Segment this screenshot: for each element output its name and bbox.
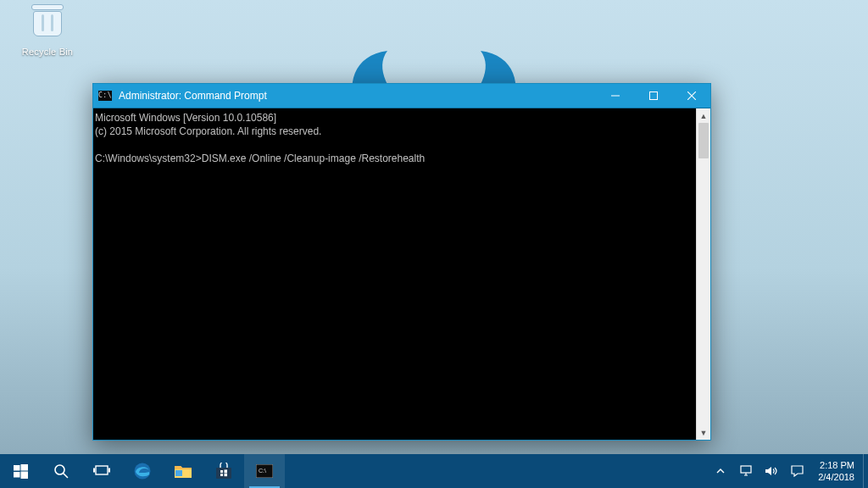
svg-rect-10: [175, 470, 182, 476]
folder-icon: [174, 463, 192, 479]
svg-rect-8: [108, 469, 110, 473]
svg-rect-11: [216, 468, 231, 479]
minimize-button[interactable]: [596, 84, 634, 108]
vertical-scrollbar[interactable]: ▲ ▼: [696, 108, 710, 440]
network-icon: [739, 465, 753, 477]
command-prompt-window: C:\ Administrator: Command Prompt Micros…: [92, 83, 711, 441]
action-center-icon: [791, 465, 804, 477]
desktop: Recycle Bin C:\ Administrator: Command P…: [0, 0, 868, 488]
search-button[interactable]: [41, 454, 81, 488]
svg-rect-18: [741, 466, 751, 473]
svg-rect-7: [93, 469, 95, 473]
scroll-up-button[interactable]: ▲: [697, 108, 710, 123]
clock-time: 2:18 PM: [820, 459, 854, 471]
scroll-thumb[interactable]: [698, 123, 709, 158]
terminal-line: (c) 2015 Microsoft Corporation. All righ…: [95, 125, 321, 137]
tray-action-center-button[interactable]: [789, 454, 804, 488]
taskbar-item-file-explorer[interactable]: [163, 454, 203, 488]
terminal-line: Microsoft Windows [Version 10.0.10586]: [95, 112, 276, 124]
svg-rect-1: [14, 465, 20, 471]
window-client-area: Microsoft Windows [Version 10.0.10586] (…: [93, 108, 710, 440]
maximize-button[interactable]: [634, 84, 672, 108]
edge-icon: [133, 462, 152, 480]
task-view-button[interactable]: [81, 454, 122, 488]
chevron-up-icon: [716, 467, 725, 475]
tray-chevron-button[interactable]: [713, 454, 728, 488]
taskbar-item-command-prompt[interactable]: C:\: [244, 454, 285, 488]
terminal-prompt: C:\Windows\system32>: [95, 152, 202, 164]
cmd-icon: C:\: [98, 91, 112, 101]
search-icon: [53, 463, 69, 479]
terminal-command: DISM.exe /Online /Cleanup-image /Restore…: [202, 152, 425, 164]
windows-logo-icon: [14, 464, 28, 479]
tray-volume-button[interactable]: [764, 454, 779, 488]
svg-rect-13: [225, 469, 228, 473]
clock-date: 2/4/2018: [818, 471, 854, 483]
start-button[interactable]: [0, 454, 41, 488]
close-button[interactable]: [672, 84, 710, 108]
svg-rect-0: [649, 92, 657, 100]
svg-rect-6: [96, 466, 108, 474]
cmd-icon: C:\: [256, 464, 273, 478]
terminal-output[interactable]: Microsoft Windows [Version 10.0.10586] (…: [93, 108, 696, 440]
desktop-icon-label: Recycle Bin: [15, 47, 80, 57]
scroll-down-button[interactable]: ▼: [697, 425, 710, 440]
svg-rect-2: [20, 464, 28, 471]
scroll-track[interactable]: [697, 123, 710, 425]
svg-rect-15: [225, 474, 228, 477]
store-icon: [215, 463, 232, 480]
window-titlebar[interactable]: C:\ Administrator: Command Prompt: [93, 84, 710, 108]
taskbar-clock[interactable]: 2:18 PM 2/4/2018: [811, 454, 863, 488]
taskbar-item-store[interactable]: [203, 454, 244, 488]
svg-text:C:\: C:\: [259, 468, 266, 474]
show-desktop-button[interactable]: [863, 454, 868, 488]
tray-network-button[interactable]: [738, 454, 754, 488]
window-title: Administrator: Command Prompt: [119, 90, 267, 102]
volume-icon: [765, 465, 778, 477]
task-view-icon: [93, 464, 110, 478]
recycle-bin-icon: [27, 3, 68, 44]
desktop-icon-recycle-bin[interactable]: Recycle Bin: [15, 3, 80, 57]
svg-rect-4: [20, 471, 28, 479]
taskbar-item-edge[interactable]: [122, 454, 163, 488]
svg-rect-12: [220, 470, 223, 473]
system-tray: [706, 454, 811, 488]
svg-rect-14: [220, 474, 223, 476]
svg-rect-3: [14, 472, 20, 478]
svg-point-5: [55, 465, 64, 474]
taskbar: C:\: [0, 454, 868, 488]
